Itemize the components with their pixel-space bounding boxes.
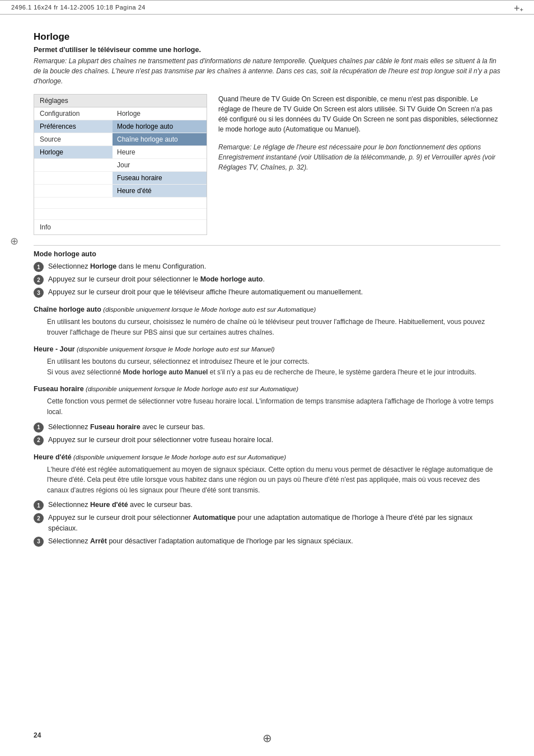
step-4-2: 2 Appuyez sur le curseur droit pour séle… xyxy=(34,435,500,445)
section-4-body: Cette fonction vous permet de sélectionn… xyxy=(47,396,500,417)
section-2-body: En utilisant les boutons du curseur, cho… xyxy=(47,317,500,337)
description-text: Quand l'heure de TV Guide On Screen est … xyxy=(218,94,500,134)
menu-left-5 xyxy=(34,172,113,184)
menu-left-4 xyxy=(34,159,113,171)
step-1-1-text: Sélectionnez Horloge dans le menu Config… xyxy=(48,261,206,272)
section-divider xyxy=(34,245,500,246)
top-bar-text: 2496.1 16x24 fr 14-12-2005 10:18 Pagina … xyxy=(11,4,146,11)
menu-row-3: Horloge Heure xyxy=(34,146,207,159)
top-bar: 2496.1 16x24 fr 14-12-2005 10:18 Pagina … xyxy=(0,0,534,15)
section-heading-4: Fuseau horaire (disponible uniquement lo… xyxy=(34,385,500,393)
step-5-2-text: Appuyez sur le curseur droit pour sélect… xyxy=(48,513,500,534)
step-1-3-text: Appuyez sur le curseur droit pour que le… xyxy=(48,287,363,298)
header-remark: Remarque: La plupart des chaînes ne tran… xyxy=(34,56,500,86)
section-mode-horloge: Mode horloge auto 1 Sélectionnez Horloge… xyxy=(34,250,500,298)
page-title: Horloge xyxy=(34,31,500,43)
menu-left-1: Préférences xyxy=(34,120,113,133)
circle-4-2: 2 xyxy=(34,435,44,445)
section-heading-4-italic: (disponible uniquement lorsque le Mode h… xyxy=(86,386,298,392)
bottom-crosshair: ⊕ xyxy=(263,731,272,745)
section-heading-5: Heure d'été (disponible uniquement lorsq… xyxy=(34,453,500,461)
circle-3: 3 xyxy=(34,288,44,298)
description-remark: Remarque: Le réglage de l'heure est néce… xyxy=(218,142,500,172)
circle-4-1: 1 xyxy=(34,422,44,433)
section-5-body: L'heure d'été est réglée automatiquement… xyxy=(47,464,500,496)
step-5-1-text: Sélectionnez Heure d'été avec le curseur… xyxy=(48,500,193,510)
main-two-col: Réglages Configuration Horloge Préférenc… xyxy=(34,94,500,235)
section-heure-jour: Heure - Jour (disponible uniquement lors… xyxy=(34,345,500,377)
step-5-1: 1 Sélectionnez Heure d'été avec le curse… xyxy=(34,500,500,510)
step-5-3-text: Sélectionnez Arrêt pour désactiver l'ada… xyxy=(48,536,353,547)
description-col: Quand l'heure de TV Guide On Screen est … xyxy=(218,94,500,235)
step-4-2-text: Appuyez sur le curseur droit pour sélect… xyxy=(48,435,273,445)
section-chaine-horloge: Chaîne horloge auto (disponible uniqueme… xyxy=(34,306,500,337)
section-heading-2: Chaîne horloge auto (disponible uniqueme… xyxy=(34,306,500,313)
circle-5-2: 2 xyxy=(34,513,44,523)
section-heading-2-italic: (disponible uniquement lorsque le Mode h… xyxy=(103,306,316,313)
menu-row-1: Préférences Mode horloge auto xyxy=(34,120,207,133)
menu-spacer-2 xyxy=(34,209,207,220)
menu-left-3: Horloge xyxy=(34,146,113,158)
circle-1: 1 xyxy=(34,262,44,272)
menu-row-5: Fuseau horaire xyxy=(34,172,207,185)
main-content: Horloge Permet d'utiliser le téléviseur … xyxy=(0,15,534,577)
menu-right-5: Fuseau horaire xyxy=(113,172,207,184)
section-heure-ete: Heure d'été (disponible uniquement lorsq… xyxy=(34,453,500,547)
menu-left-0: Configuration xyxy=(34,107,113,120)
menu-right-6: Heure d'été xyxy=(113,185,207,197)
step-4-1: 1 Sélectionnez Fuseau horaire avec le cu… xyxy=(34,422,500,433)
menu-header: Réglages xyxy=(34,95,207,107)
menu-row-4: Jour xyxy=(34,159,207,172)
step-5-3: 3 Sélectionnez Arrêt pour désactiver l'a… xyxy=(34,536,500,547)
menu-box: Réglages Configuration Horloge Préférenc… xyxy=(34,94,207,235)
menu-spacer xyxy=(34,198,207,209)
menu-right-3: Heure xyxy=(113,146,207,158)
section-heading-3-italic: (disponible uniquement lorsque le Mode h… xyxy=(77,346,275,353)
section-fuseau: Fuseau horaire (disponible uniquement lo… xyxy=(34,385,500,445)
circle-5-3: 3 xyxy=(34,537,44,547)
section-3-body: En utilisant les boutons du curseur, sél… xyxy=(47,356,500,377)
menu-row-0: Configuration Horloge xyxy=(34,107,207,120)
step-1-3: 3 Appuyez sur le curseur droit pour que … xyxy=(34,287,500,298)
crosshair-top-right: + xyxy=(514,3,523,12)
menu-left-6 xyxy=(34,185,113,197)
menu-info: Info xyxy=(34,220,207,234)
step-5-2: 2 Appuyez sur le curseur droit pour séle… xyxy=(34,513,500,534)
left-side-mark: ⊕ xyxy=(10,235,18,247)
section-heading-5-italic: (disponible uniquement lorsque le Mode h… xyxy=(73,454,286,461)
circle-2: 2 xyxy=(34,275,44,285)
page-subtitle: Permet d'utiliser le téléviseur comme un… xyxy=(34,46,500,54)
page-container: 2496.1 16x24 fr 14-12-2005 10:18 Pagina … xyxy=(0,0,534,756)
circle-5-1: 1 xyxy=(34,500,44,510)
step-1-1: 1 Sélectionnez Horloge dans le menu Conf… xyxy=(34,261,500,272)
step-4-1-text: Sélectionnez Fuseau horaire avec le curs… xyxy=(48,422,205,433)
section-heading-1: Mode horloge auto xyxy=(34,250,500,258)
page-number: 24 xyxy=(34,731,41,739)
step-1-2: 2 Appuyez sur le curseur droit pour séle… xyxy=(34,274,500,285)
menu-row-6: Heure d'été xyxy=(34,185,207,198)
menu-right-1: Mode horloge auto xyxy=(113,120,207,133)
menu-right-4: Jour xyxy=(113,159,207,171)
section-heading-3: Heure - Jour (disponible uniquement lors… xyxy=(34,345,500,353)
menu-right-2: Chaîne horloge auto xyxy=(113,133,207,145)
menu-right-0: Horloge xyxy=(113,107,207,120)
step-1-2-text: Appuyez sur le curseur droit pour sélect… xyxy=(48,274,265,285)
menu-left-2: Source xyxy=(34,133,113,145)
menu-row-2: Source Chaîne horloge auto xyxy=(34,133,207,146)
